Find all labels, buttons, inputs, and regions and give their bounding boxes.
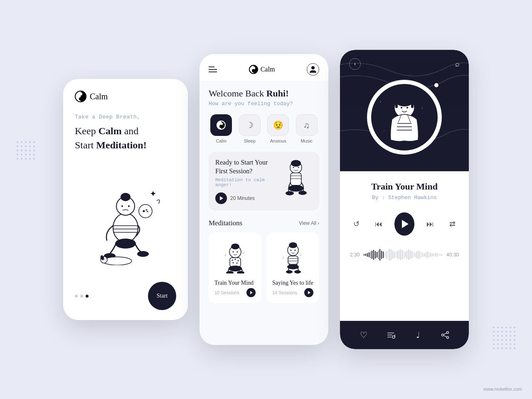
share-button[interactable] xyxy=(438,328,453,342)
start-button[interactable]: Start xyxy=(148,282,176,310)
waveform-bar xyxy=(429,252,430,258)
play-pause-button[interactable] xyxy=(394,212,415,236)
med-card-2-play[interactable] xyxy=(304,288,313,297)
med-card-1-play[interactable] xyxy=(246,288,256,297)
waveform-bar xyxy=(404,251,404,259)
waveform-bar xyxy=(440,254,441,256)
waveform-bar xyxy=(377,252,377,258)
play-row: 20 Minutes xyxy=(215,192,279,204)
waveform-bar xyxy=(432,253,433,256)
session-play-button[interactable] xyxy=(215,192,227,204)
music-emoji: ♫ xyxy=(303,121,310,130)
waveform-bar xyxy=(419,251,420,259)
headline: Keep Calm and Start Meditation! xyxy=(75,124,176,152)
svg-point-36 xyxy=(237,260,239,261)
forward-button[interactable]: ⏭ xyxy=(424,217,436,232)
waveform-bar xyxy=(365,254,366,256)
svg-point-20 xyxy=(291,160,301,167)
headline-start: Start xyxy=(75,140,96,150)
progress-arc xyxy=(365,78,444,157)
svg-point-47 xyxy=(294,249,296,251)
waveform-bar xyxy=(437,253,438,256)
time-total: 40:30 xyxy=(446,252,459,258)
med-card-1-img: ♪ ♩ xyxy=(214,238,256,276)
waveform-bar xyxy=(399,250,399,259)
waveform-bar xyxy=(367,253,368,257)
svg-point-38 xyxy=(236,262,237,264)
view-all-button[interactable]: View All › xyxy=(299,220,319,226)
shuffle-button[interactable]: ⇄ xyxy=(446,217,459,232)
svg-point-21 xyxy=(293,167,294,168)
waveform-bar xyxy=(441,254,442,256)
svg-point-45 xyxy=(289,242,297,248)
repeat-button[interactable]: ↺ xyxy=(350,217,363,232)
player-body: Train Your Mind By : Stephen Hawkins ↺ ⏮… xyxy=(340,171,469,321)
player-phone: ‹ ⌕ ♪ ♩ • xyxy=(340,50,469,349)
waveform-bar xyxy=(389,249,390,261)
welcome-text: Welcome Back Ruhi! xyxy=(209,88,319,99)
waveform-bar xyxy=(383,251,384,258)
playlist-button[interactable] xyxy=(383,328,398,342)
dot-grid-right xyxy=(493,327,515,349)
svg-line-76 xyxy=(444,333,447,335)
waveform-bar xyxy=(430,253,431,257)
med-card-1-sessions: 10 Sessions xyxy=(214,290,239,295)
subtitle: How are you feeling today? xyxy=(209,101,319,107)
waveform-bar xyxy=(406,251,407,259)
user-avatar[interactable] xyxy=(307,63,319,76)
mood-calm-label: Calm xyxy=(216,138,227,143)
waveform-bar xyxy=(413,252,414,258)
med-card-1[interactable]: ♪ ♩ Train Your Mind 10 Sessions xyxy=(209,232,261,303)
hamburger-line-long xyxy=(209,69,217,70)
heart-button[interactable]: ♡ xyxy=(356,328,371,342)
mood-music-icon: ♫ xyxy=(296,114,318,136)
svg-text:✦: ✦ xyxy=(150,189,157,198)
mood-music-label: Music xyxy=(300,138,313,143)
svg-point-73 xyxy=(447,332,449,334)
svg-point-71 xyxy=(392,336,395,338)
waveform-bar xyxy=(424,253,425,256)
mood-calm[interactable]: Calm xyxy=(209,114,234,143)
tagline: Take a Deep Breath, xyxy=(75,114,176,120)
watermark: www.nickelfox.com xyxy=(483,387,522,392)
svg-point-53 xyxy=(294,270,301,273)
waveform-bar xyxy=(410,250,411,259)
svg-point-26 xyxy=(288,185,303,192)
med-card-1-footer: 10 Sessions xyxy=(214,288,256,297)
waveform-bar xyxy=(438,254,439,256)
hamburger-line-long2 xyxy=(209,71,217,72)
track-author: By : Stephen Hawkins xyxy=(350,195,459,201)
onboarding-footer: Start xyxy=(75,282,176,310)
yin-yang-logo xyxy=(75,91,86,102)
svg-point-37 xyxy=(232,262,234,263)
dashboard-content: Welcome Back Ruhi! How are you feeling t… xyxy=(200,81,328,345)
session-title: Ready to Start Your First Session? xyxy=(215,158,279,176)
anxious-emoji: 😟 xyxy=(273,120,283,130)
headline-meditation: Meditation! xyxy=(96,140,146,150)
svg-point-35 xyxy=(234,259,236,260)
search-button[interactable]: ⌕ xyxy=(455,60,460,69)
nav-logo: Calm xyxy=(249,65,275,74)
waveform[interactable] xyxy=(364,247,442,262)
waveform-bar xyxy=(422,253,423,257)
mood-anxious-icon: 😟 xyxy=(267,114,289,136)
music-note-button[interactable]: ♩ xyxy=(411,328,426,342)
svg-rect-48 xyxy=(288,256,298,264)
app-name: Calm xyxy=(90,92,108,101)
hamburger-menu[interactable] xyxy=(209,66,217,72)
svg-point-30 xyxy=(231,244,239,249)
svg-point-0 xyxy=(113,213,138,242)
waveform-bar xyxy=(373,250,374,260)
svg-point-75 xyxy=(447,337,449,339)
svg-rect-23 xyxy=(291,173,301,185)
rewind-button[interactable]: ⏮ xyxy=(372,217,385,232)
mood-anxious[interactable]: 😟 Anxious xyxy=(266,114,291,143)
mood-sleep[interactable]: ☽ Sleep xyxy=(237,114,263,143)
mood-music[interactable]: ♫ Music xyxy=(294,114,320,143)
session-card[interactable]: Ready to Start Your First Session? Medit… xyxy=(209,152,319,211)
back-button[interactable]: ‹ xyxy=(349,58,361,70)
svg-point-74 xyxy=(442,334,444,336)
med-card-2[interactable]: ♪ ♩ Saying Yes to life 14 Sessions xyxy=(266,232,319,303)
sitting-girl-svg: ✦ xyxy=(84,174,167,265)
mood-sleep-label: Sleep xyxy=(244,138,256,143)
